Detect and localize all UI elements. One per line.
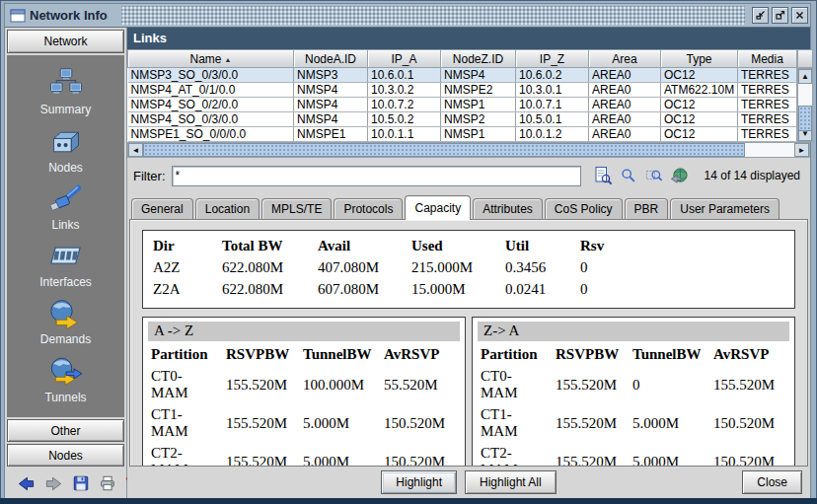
horizontal-scrollbar[interactable]: ◄ ► xyxy=(127,142,810,158)
table-row: CT2-MAM155.520M5.000M150.520M xyxy=(477,442,790,467)
cell: OC12 xyxy=(661,112,738,127)
magnifier-region-icon[interactable] xyxy=(644,166,664,185)
cell: CT0-MAM xyxy=(147,365,222,403)
forward-icon[interactable] xyxy=(44,473,63,493)
nodes-button[interactable]: Nodes xyxy=(7,444,124,467)
highlight-all-button[interactable]: Highlight All xyxy=(465,470,557,494)
cell: AREA0 xyxy=(589,98,661,112)
tab-pbr[interactable]: PBR xyxy=(625,198,669,219)
scroll-right-icon[interactable]: ► xyxy=(794,143,809,157)
column-label: Total BW xyxy=(218,235,314,256)
table-row[interactable]: NMSP4_AT_0/1/0.0NMSP410.3.0.2NMSPE210.3.… xyxy=(128,83,797,98)
column-header-area[interactable]: Area xyxy=(589,50,661,68)
column-label: TunnelBW xyxy=(629,343,709,365)
main-panel: Links Name▲NodeA.IDIP_ANodeZ.IDIP_ZAreaT… xyxy=(127,28,810,498)
close-dialog-button[interactable]: Close xyxy=(742,470,802,494)
other-button[interactable]: Other xyxy=(7,419,124,442)
globe-go-icon[interactable] xyxy=(670,166,690,185)
cell: 15.000M xyxy=(408,278,501,300)
cell: TERRES xyxy=(738,68,797,83)
titlebar[interactable]: Network Info xyxy=(4,3,811,28)
cell: Z2A xyxy=(149,278,218,300)
capacity-tab-panel: DirTotal BWAvailUsedUtilRsv A2Z622.080M4… xyxy=(129,219,808,467)
tab-cos-policy[interactable]: CoS Policy xyxy=(545,198,623,219)
cell: CT1-MAM xyxy=(147,403,222,442)
doc-search-icon[interactable] xyxy=(593,166,613,185)
cell: 10.0.1.1 xyxy=(368,127,441,142)
column-label: NodeZ.ID xyxy=(453,52,503,66)
cell: NMSP2 xyxy=(441,112,516,127)
cell: 155.520M xyxy=(552,442,629,467)
table-row[interactable]: NMSPE1_SO_0/0/0.0NMSPE110.0.1.1NMSP110.0… xyxy=(128,127,797,142)
column-label: AvRSVP xyxy=(380,343,461,365)
scrollbar-header-cap xyxy=(797,49,813,68)
cell: NMSP1 xyxy=(441,127,516,142)
minimize-button[interactable] xyxy=(752,7,769,24)
column-header-ip-a[interactable]: IP_A xyxy=(368,50,441,68)
tab-attributes[interactable]: Attributes xyxy=(473,198,543,219)
table-row[interactable]: NMSP3_SO_0/3/0.0NMSP310.6.0.1NMSP410.6.0… xyxy=(128,68,797,83)
network-button[interactable]: Network xyxy=(7,30,124,53)
sidebar-item-demands[interactable]: Demands xyxy=(40,298,91,346)
window-bottom-edge xyxy=(0,498,817,504)
cell: NMSPE1_SO_0/0/0.0 xyxy=(128,127,294,142)
vertical-scrollbar[interactable]: ▲ ▼ xyxy=(797,68,813,142)
side-toolbar: ? xyxy=(5,468,126,498)
column-header-name[interactable]: Name▲ xyxy=(128,50,294,68)
table-row: CT2-MAM155.520M5.000M150.520M xyxy=(147,442,461,467)
sidebar-nav: SummaryNodesLinksInterfacesDemandsTunnel… xyxy=(7,55,124,417)
az-table-title: A -> Z xyxy=(148,322,460,341)
horizontal-scroll-track[interactable] xyxy=(745,143,794,157)
column-label: Partition xyxy=(147,343,222,365)
tab-user-parameters[interactable]: User Parameters xyxy=(670,198,780,219)
interface-icon xyxy=(46,241,84,272)
column-label: Avail xyxy=(314,235,408,256)
column-label: Util xyxy=(501,235,576,256)
sidebar-item-interfaces[interactable]: Interfaces xyxy=(39,241,92,289)
back-icon[interactable] xyxy=(17,473,36,493)
cell: 5.000M xyxy=(629,442,709,467)
column-header-media[interactable]: Media xyxy=(738,50,797,68)
tab-general[interactable]: General xyxy=(131,198,193,219)
close-button[interactable] xyxy=(791,7,808,24)
maximize-button[interactable] xyxy=(772,7,788,24)
sidebar-item-label: Interfaces xyxy=(39,275,92,289)
cell: AREA0 xyxy=(589,127,661,142)
column-header-ip-z[interactable]: IP_Z xyxy=(516,50,589,68)
sidebar-item-summary[interactable]: Summary xyxy=(40,68,91,116)
links-table-zone: Name▲NodeA.IDIP_ANodeZ.IDIP_ZAreaTypeMed… xyxy=(127,49,810,142)
table-row[interactable]: NMSP4_SO_0/3/0.0NMSP410.5.0.2NMSP210.5.0… xyxy=(128,112,797,127)
highlight-button[interactable]: Highlight xyxy=(381,470,457,494)
za-table-title: Z-> A xyxy=(478,322,789,341)
vertical-scroll-thumb[interactable] xyxy=(798,106,812,131)
column-header-nodez-id[interactable]: NodeZ.ID xyxy=(441,50,516,68)
tab-mpls-te[interactable]: MPLS/TE xyxy=(261,198,332,219)
cell: 622.080M xyxy=(218,256,314,278)
save-icon[interactable] xyxy=(72,473,90,493)
cell: NMSP4 xyxy=(294,112,368,127)
sidebar-item-nodes[interactable]: Nodes xyxy=(47,126,85,175)
cell: 0.0241 xyxy=(501,278,576,300)
cell: 0 xyxy=(576,278,788,300)
sidebar-item-links[interactable]: Links xyxy=(47,183,85,232)
tab-capacity[interactable]: Capacity xyxy=(405,195,471,220)
cell: 10.6.0.2 xyxy=(516,68,589,83)
scroll-up-icon[interactable]: ▲ xyxy=(798,69,812,84)
vertical-scroll-track[interactable] xyxy=(798,84,812,126)
column-header-nodea-id[interactable]: NodeA.ID xyxy=(294,50,368,68)
filter-input[interactable] xyxy=(172,166,581,186)
cell: CT1-MAM xyxy=(477,403,552,442)
table-row[interactable]: NMSP4_SO_0/2/0.0NMSP410.0.7.2NMSP110.0.7… xyxy=(128,98,797,112)
tab-location[interactable]: Location xyxy=(195,198,260,219)
column-header-type[interactable]: Type xyxy=(661,50,738,68)
magnifier-icon[interactable] xyxy=(619,166,638,185)
tab-protocols[interactable]: Protocols xyxy=(334,198,403,219)
horizontal-scroll-thumb[interactable] xyxy=(143,143,745,157)
cell: 5.000M xyxy=(299,403,380,442)
column-label: Area xyxy=(612,52,636,66)
column-label: Type xyxy=(686,52,711,66)
sidebar-item-tunnels[interactable]: Tunnels xyxy=(44,356,86,404)
print-icon[interactable] xyxy=(99,473,116,493)
scroll-left-icon[interactable]: ◄ xyxy=(128,143,143,157)
za-table: PartitionRSVPBWTunnelBWAvRSVP CT0-MAM155… xyxy=(477,343,790,467)
